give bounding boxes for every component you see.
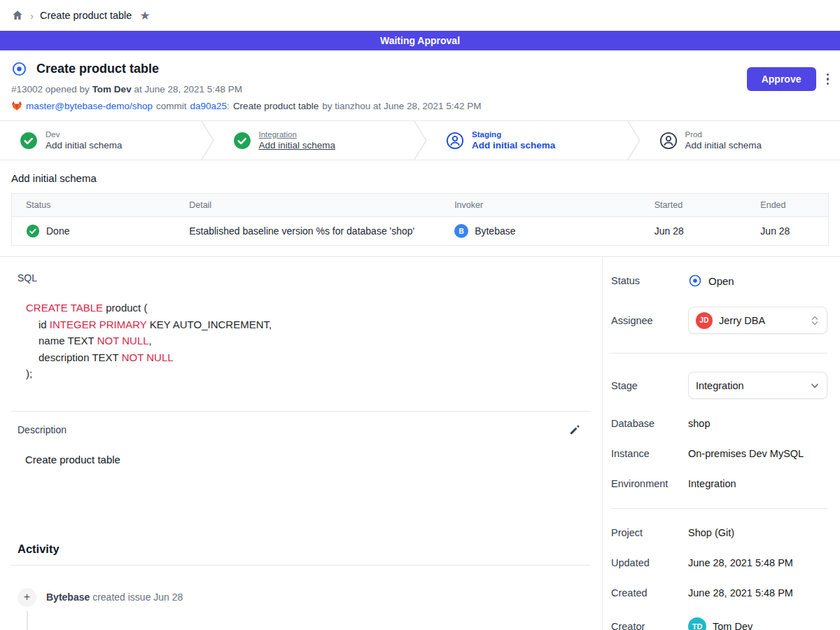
assignee-label: Assignee — [611, 315, 688, 326]
pending-person-icon — [446, 132, 464, 150]
task-started: Jun 28 — [640, 217, 747, 245]
invoker-avatar: B — [454, 224, 468, 238]
stage-task-label: Add initial schema — [685, 140, 762, 150]
task-invoker: Bytebase — [475, 225, 515, 237]
instance-row: Instance On-premises Dev MySQL — [611, 448, 827, 459]
description-label: Description — [18, 424, 66, 435]
database-label: Database — [611, 418, 688, 429]
timeline-connector — [27, 611, 28, 630]
commit-hash-link[interactable]: da90a25 — [190, 101, 227, 111]
commit-branch-link[interactable]: master@bytebase-demo/shop — [26, 101, 153, 111]
commit-word: commit — [156, 101, 187, 111]
open-status-icon — [688, 274, 702, 288]
status-label: Status — [611, 275, 688, 286]
commit-separator: : — [227, 101, 230, 111]
stage-separator-icon — [414, 121, 428, 160]
updown-icon — [810, 315, 820, 326]
status-banner-text: Waiting Approval — [380, 35, 460, 46]
gitlab-icon — [11, 100, 22, 111]
column-header-detail: Detail — [175, 194, 440, 216]
activity-heading: Activity — [18, 542, 591, 556]
divider — [11, 565, 591, 566]
column-header-invoker: Invoker — [440, 194, 640, 216]
stage-dev[interactable]: Dev Add initial schema — [0, 121, 201, 160]
stage-separator-icon — [627, 121, 641, 160]
stage-value: Integration — [696, 380, 744, 391]
task-heading: Add initial schema — [11, 172, 829, 184]
activity-actor: Bytebase — [46, 592, 90, 603]
environment-row: Environment Integration — [611, 478, 827, 489]
environment-value[interactable]: Integration — [688, 478, 736, 489]
assignee-value: Jerry DBA — [719, 315, 765, 326]
column-header-status: Status — [12, 194, 175, 216]
status-banner: Waiting Approval — [0, 31, 840, 50]
stage-integration[interactable]: Integration Add initial schema — [215, 121, 414, 160]
stage-label: Stage — [611, 380, 688, 391]
task-ended: Jun 28 — [746, 217, 832, 245]
page-title: Create product table — [36, 62, 159, 76]
commit-line: master@bytebase-demo/shop commit da90a25… — [11, 100, 829, 111]
breadcrumb-title[interactable]: Create product table — [40, 10, 132, 21]
task-section: Add initial schema Status Detail Invoker… — [0, 160, 840, 246]
database-value[interactable]: shop — [688, 418, 710, 429]
created-value: June 28, 2021 5:48 PM — [688, 587, 793, 598]
updated-value: June 28, 2021 5:48 PM — [688, 557, 793, 568]
issue-open-time: at June 28, 2021 5:48 PM — [134, 84, 242, 94]
assignee-select[interactable]: JD Jerry DBA — [688, 307, 827, 334]
creator-row: Creator TD Tom Dev — [611, 617, 827, 630]
breadcrumb-separator-icon: › — [30, 10, 34, 22]
list-item: + Bytebase created issue Jun 28 — [18, 588, 591, 607]
stage-env-label: Dev — [46, 130, 122, 139]
star-icon[interactable]: ★ — [139, 8, 150, 23]
issue-detail-panel: SQL CREATE TABLE product (id INTEGER PRI… — [0, 257, 602, 630]
home-icon[interactable] — [11, 9, 24, 22]
issue-sidebar: Status Open Assignee JD Jerry DBA Stage — [602, 257, 840, 630]
divider — [611, 508, 827, 509]
approve-button[interactable]: Approve — [747, 67, 816, 91]
instance-label: Instance — [611, 448, 688, 459]
stage-env-label: Staging — [472, 130, 555, 139]
task-detail: Established baseline version %s for data… — [175, 217, 440, 245]
stage-env-label: Integration — [259, 130, 336, 139]
activity-action: created issue Jun 28 — [92, 592, 183, 603]
stage-separator-icon — [201, 121, 215, 160]
creator-avatar: TD — [688, 617, 706, 630]
stage-env-label: Prod — [685, 130, 762, 139]
status-row: Status Open — [611, 274, 827, 288]
updated-row: Updated June 28, 2021 5:48 PM — [611, 557, 827, 568]
task-table-header: Status Detail Invoker Started Ended — [12, 194, 828, 217]
project-value[interactable]: Shop (Git) — [688, 527, 734, 538]
updated-label: Updated — [611, 557, 688, 568]
description-text: Create product table — [25, 454, 591, 465]
issue-author: Tom Dev — [92, 84, 132, 94]
divider — [11, 411, 591, 412]
assignee-avatar: JD — [696, 312, 713, 329]
created-row: Created June 28, 2021 5:48 PM — [611, 587, 827, 598]
created-label: Created — [611, 587, 688, 598]
stage-staging[interactable]: Staging Add initial schema — [428, 121, 627, 160]
environment-label: Environment — [611, 478, 688, 489]
status-value: Open — [708, 275, 734, 287]
stage-task-label: Add initial schema — [472, 140, 555, 150]
assignee-row: Assignee JD Jerry DBA — [611, 307, 827, 334]
column-header-started: Started — [640, 194, 747, 216]
creator-value[interactable]: Tom Dev — [713, 621, 752, 630]
instance-value[interactable]: On-premises Dev MySQL — [688, 448, 804, 459]
commit-message: Create product table — [233, 101, 318, 111]
sql-code-block: CREATE TABLE product (id INTEGER PRIMARY… — [26, 300, 591, 382]
kebab-menu-icon[interactable] — [825, 71, 831, 88]
stage-select[interactable]: Integration — [688, 372, 827, 399]
table-row[interactable]: Done Established baseline version %s for… — [12, 217, 828, 245]
commit-byline: by tianzhou at June 28, 2021 5:42 PM — [322, 101, 481, 111]
issue-header: Create product table #13002 opened by To… — [0, 50, 840, 120]
edit-pencil-icon[interactable] — [568, 424, 581, 436]
task-status: Done — [46, 225, 69, 237]
stage-task-label: Add initial schema — [259, 140, 336, 150]
creator-label: Creator — [611, 621, 688, 630]
issue-meta: #13002 opened by Tom Dev at June 28, 202… — [11, 84, 829, 94]
pending-person-icon — [659, 132, 678, 150]
plus-icon: + — [18, 588, 36, 607]
open-status-icon — [11, 61, 27, 77]
column-header-ended: Ended — [746, 194, 832, 216]
stage-prod[interactable]: Prod Add initial schema — [641, 121, 840, 160]
